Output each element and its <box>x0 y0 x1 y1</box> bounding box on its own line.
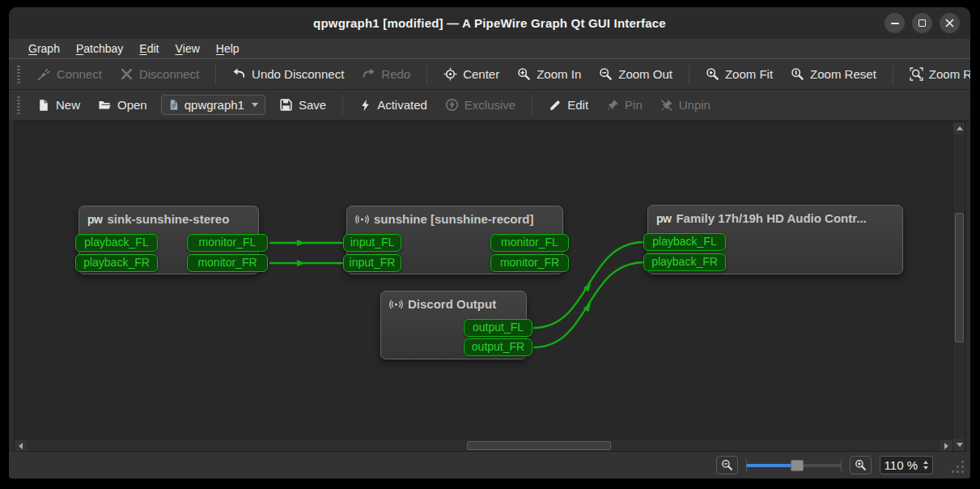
scroll-right-button[interactable] <box>940 440 952 452</box>
pipewire-icon: pw <box>87 213 102 226</box>
pipewire-icon: pw <box>656 212 671 225</box>
zoom-range-button[interactable]: Zoom Range <box>902 63 970 85</box>
chevron-down-icon <box>252 103 258 107</box>
spin-up-icon[interactable] <box>923 461 928 464</box>
app-window: qpwgraph1 [modified] — A PipeWire Graph … <box>9 7 970 478</box>
port-in[interactable]: playback_FR <box>75 254 158 272</box>
toolbar-separator <box>532 96 532 115</box>
zoom-out-button[interactable]: Zoom Out <box>592 63 680 85</box>
center-label: Center <box>463 67 499 81</box>
open-label: Open <box>117 98 147 112</box>
zoom-in-icon <box>855 459 867 471</box>
port-out[interactable]: monitor_FR <box>490 254 569 272</box>
port-in[interactable]: playback_FL <box>643 233 726 251</box>
arrow-left-icon <box>19 443 23 449</box>
scroll-left-button[interactable] <box>15 440 27 452</box>
wire-arrow-icon <box>583 302 593 313</box>
port-out[interactable]: output_FR <box>464 338 532 356</box>
port-in[interactable]: input_FR <box>343 254 401 272</box>
connect-icon <box>37 67 51 81</box>
save-label: Save <box>299 98 326 112</box>
toolbar-separator <box>689 65 689 84</box>
minimize-icon <box>891 23 899 24</box>
menu-graph[interactable]: Graph <box>20 39 68 58</box>
zoom-in-button[interactable]: Zoom In <box>510 63 588 85</box>
port-in[interactable]: playback_FR <box>643 253 726 271</box>
unpin-icon <box>660 99 673 112</box>
activated-bolt-icon <box>359 99 371 112</box>
patchbay-selector-value: qpwgraph1 <box>185 98 244 112</box>
new-button[interactable]: New <box>30 94 87 116</box>
broadcast-icon <box>355 213 369 226</box>
statusbar-zoom-out-button[interactable] <box>716 456 738 474</box>
menu-view[interactable]: View <box>167 39 207 58</box>
exclusive-toggle[interactable]: Exclusive <box>438 94 523 116</box>
zoom-range-icon <box>910 67 923 81</box>
menu-help[interactable]: Help <box>208 39 248 58</box>
titlebar[interactable]: qpwgraph1 [modified] — A PipeWire Graph … <box>9 7 970 39</box>
vertical-scrollbar[interactable] <box>952 122 965 451</box>
maximize-button[interactable] <box>912 13 932 33</box>
zoom-reset-label: Zoom Reset <box>810 67 876 81</box>
open-button[interactable]: Open <box>91 94 155 116</box>
statusbar-zoom-in-button[interactable] <box>850 456 872 474</box>
save-icon <box>279 98 293 112</box>
activated-toggle[interactable]: Activated <box>352 94 435 116</box>
exclusive-bolt-icon <box>445 98 459 112</box>
port-in[interactable]: input_FL <box>343 234 401 252</box>
unpin-button[interactable]: Unpin <box>653 94 718 116</box>
toolbar-drag-handle[interactable] <box>17 66 20 83</box>
connect-button[interactable]: Connect <box>30 63 109 85</box>
edit-button[interactable]: Edit <box>541 94 596 116</box>
toolbar-separator <box>893 65 893 84</box>
scroll-up-button[interactable] <box>953 122 965 134</box>
pin-button[interactable]: Pin <box>599 94 650 116</box>
horizontal-scroll-thumb[interactable] <box>467 441 611 450</box>
zoom-slider[interactable] <box>746 457 842 474</box>
edit-label: Edit <box>567 98 588 112</box>
port-out[interactable]: output_FL <box>464 319 532 337</box>
toolbar-drag-handle[interactable] <box>17 96 20 114</box>
disconnect-label: Disconnect <box>139 67 199 81</box>
graph-canvas[interactable]: pw sink-sunshine-stereo sunshine [sunshi… <box>14 121 965 452</box>
horizontal-scrollbar[interactable] <box>15 439 952 451</box>
port-out[interactable]: monitor_FL <box>187 234 268 252</box>
statusbar: 110 % <box>9 452 970 478</box>
patchbay-file-icon <box>168 99 180 111</box>
resize-grip[interactable] <box>952 461 965 474</box>
disconnect-button[interactable]: Disconnect <box>112 63 206 85</box>
zoom-fit-button[interactable]: Zoom Fit <box>698 63 780 85</box>
minimize-button[interactable] <box>885 13 905 33</box>
zoom-reset-icon <box>791 67 804 81</box>
activated-label: Activated <box>377 98 427 112</box>
zoom-percent-spinbox[interactable]: 110 % <box>880 456 933 474</box>
redo-label: Redo <box>381 67 410 81</box>
pin-label: Pin <box>625 98 643 112</box>
redo-button[interactable]: Redo <box>354 63 418 85</box>
node-title: Discord Output <box>408 297 496 311</box>
center-button[interactable]: Center <box>436 63 507 85</box>
port-out[interactable]: monitor_FR <box>187 254 268 272</box>
slider-handle[interactable] <box>791 460 804 471</box>
undo-button[interactable]: Undo Disconnect <box>225 63 351 85</box>
connection-wire <box>533 262 644 347</box>
zoom-range-label: Zoom Range <box>929 67 970 81</box>
zoom-reset-button[interactable]: Zoom Reset <box>783 63 884 85</box>
port-in[interactable]: playback_FL <box>75 234 158 252</box>
save-button[interactable]: Save <box>272 94 333 116</box>
menubar: Graph Patchbay Edit View Help <box>9 39 970 59</box>
scroll-down-button[interactable] <box>953 439 965 451</box>
wire-arrow-icon <box>583 282 593 292</box>
vertical-scroll-thumb[interactable] <box>955 213 964 342</box>
menu-edit[interactable]: Edit <box>131 39 167 58</box>
zoom-fit-icon <box>706 67 719 81</box>
port-out[interactable]: monitor_FL <box>490 234 569 252</box>
spin-down-icon[interactable] <box>923 466 928 470</box>
close-button[interactable] <box>940 13 960 33</box>
connect-label: Connect <box>57 67 102 81</box>
patchbay-selector[interactable]: qpwgraph1 <box>161 95 265 115</box>
undo-label: Undo Disconnect <box>252 67 344 81</box>
menu-patchbay[interactable]: Patchbay <box>68 39 131 58</box>
open-folder-icon <box>98 98 112 112</box>
close-icon <box>945 19 954 28</box>
